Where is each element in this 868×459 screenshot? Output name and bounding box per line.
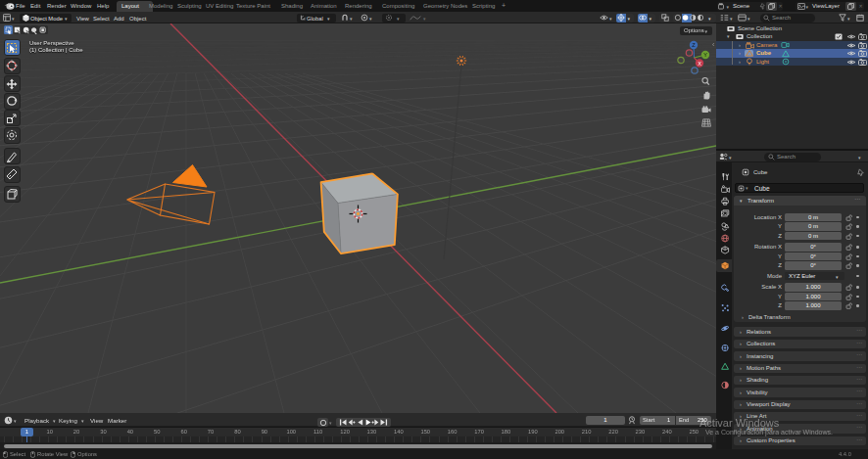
svg-text:X: X [698, 61, 701, 67]
svg-text:Y: Y [703, 52, 707, 58]
